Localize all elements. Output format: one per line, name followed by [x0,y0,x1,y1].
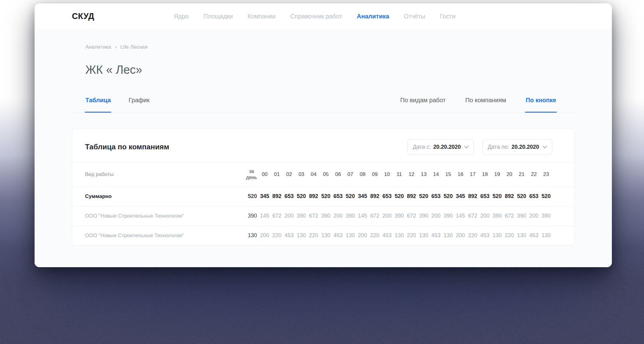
value-cell: 892 [503,193,516,200]
value-cell: 390 [418,213,430,219]
hour-column-header: 07 [344,171,356,178]
value-cell: 130 [246,232,259,239]
value-cell: 390 [442,213,454,219]
nav-guests[interactable]: Гости [440,13,456,20]
hour-column-header: 05 [320,171,332,178]
hour-column-header: 06 [332,171,344,178]
per-day-column-header: за день [244,168,259,180]
work-type-column-header: Вид работы [85,171,244,178]
value-cell: 345 [454,193,467,200]
table-header-row: Вид работыза день00010203040506070809101… [72,162,574,186]
value-cell: 672 [369,213,381,219]
value-cell: 145 [356,213,369,219]
date-to-label: Дата по: [488,144,509,150]
date-to-select[interactable]: Дата по: 20.20.2020 [482,139,552,155]
value-cell: 130 [540,232,552,239]
main-tabs: ТаблицаГрафик [85,97,150,112]
hour-column-header: 23 [540,171,552,178]
backdrop-glow [51,269,592,315]
filter-tabs: По видам работПо компаниямПо кнопке [400,97,556,112]
value-cell: 345 [356,193,369,200]
hour-column-header: 09 [369,171,381,178]
value-cell: 345 [259,193,271,200]
companies-table-panel: Таблица по компаниям Дата с: 20.20.2020 … [72,129,575,245]
value-cell: 390 [246,213,259,219]
value-cell: 892 [369,193,381,200]
value-cell: 200 [430,213,442,219]
hour-column-header: 19 [491,171,503,178]
tab-by-button[interactable]: По кнопке [526,97,556,112]
panel-title: Таблица по компаниям [85,143,169,151]
value-cell: 672 [405,213,418,219]
breadcrumb-current: Life Лесная [120,44,147,50]
tab-by-company[interactable]: По компаниям [465,97,506,112]
value-cell: 390 [295,213,307,219]
main-nav: ЯдроПлощадкиКомпанииСправочник работАнал… [174,13,456,20]
page-title: ЖК « Лес» [72,62,575,77]
date-to-value: 20.20.2020 [512,144,539,150]
nav-companies[interactable]: Компании [248,13,276,20]
tab-table[interactable]: Таблица [85,97,111,112]
value-cell: 892 [307,193,320,200]
nav-sites[interactable]: Площадки [203,13,233,20]
hour-column-header: 12 [405,171,418,178]
value-cell: 130 [442,232,454,239]
value-cell: 520 [540,193,552,200]
value-cell: 672 [307,213,320,219]
date-from-label: Дата с: [413,144,431,150]
app-body: Аналитика › Life Лесная ЖК « Лес» Таблиц… [35,29,612,267]
value-cell: 145 [259,213,271,219]
nav-core[interactable]: Ядро [174,13,188,20]
nav-reports[interactable]: Отчёты [404,13,425,20]
breadcrumb: Аналитика › Life Лесная [72,44,575,50]
value-cell: 390 [393,213,405,219]
top-nav: СКУД ЯдроПлощадкиКомпанииСправочник рабо… [35,3,612,29]
date-from-value: 20.20.2020 [433,144,461,150]
table-row-summary: Суммарно52034589265352089252065352034589… [72,186,574,206]
hour-column-header: 16 [454,171,467,178]
value-cell: 200 [381,213,393,219]
value-cell: 220 [405,232,418,239]
value-cell: 200 [283,213,295,219]
hour-column-header: 04 [307,171,320,178]
value-cell: 653 [430,193,442,200]
breadcrumb-chevron-icon: › [115,44,117,50]
value-cell: 130 [516,232,528,239]
hour-column-header: 02 [283,171,295,178]
nav-work-directory[interactable]: Справочник работ [290,13,342,20]
hour-column-header: 10 [381,171,393,178]
value-cell: 520 [393,193,405,200]
row-label: ООО "Новые Строительные Технологии" [85,233,246,239]
value-cell: 520 [344,193,356,200]
tab-chart[interactable]: График [128,97,149,112]
hour-column-header: 01 [271,171,283,178]
value-cell: 130 [344,232,356,239]
hour-column-header: 20 [503,171,516,178]
hour-column-header: 11 [393,171,405,178]
chevron-down-icon [543,146,547,148]
value-cell: 200 [356,232,369,239]
value-cell: 520 [418,193,430,200]
value-cell: 390 [320,213,332,219]
value-cell: 390 [516,213,528,219]
value-cell: 453 [283,232,295,239]
breadcrumb-link-analytics[interactable]: Аналитика [85,44,111,50]
value-cell: 520 [442,193,454,200]
value-cell: 145 [454,213,467,219]
date-from-select[interactable]: Дата с: 20.20.2020 [408,139,474,155]
value-cell: 520 [516,193,528,200]
nav-analytics[interactable]: Аналитика [357,13,389,20]
hour-column-header: 18 [479,171,491,178]
value-cell: 220 [467,232,479,239]
value-cell: 130 [295,232,307,239]
value-cell: 892 [271,193,283,200]
tab-by-work-type[interactable]: По видам работ [400,97,446,112]
value-cell: 200 [528,213,540,219]
date-filters: Дата с: 20.20.2020 Дата по: 20.20.2020 [408,139,552,155]
value-cell: 130 [320,232,332,239]
value-cell: 520 [320,193,332,200]
hour-column-header: 00 [259,171,271,178]
hour-column-header: 21 [516,171,528,178]
value-cell: 130 [418,232,430,239]
chevron-down-icon [464,146,469,148]
